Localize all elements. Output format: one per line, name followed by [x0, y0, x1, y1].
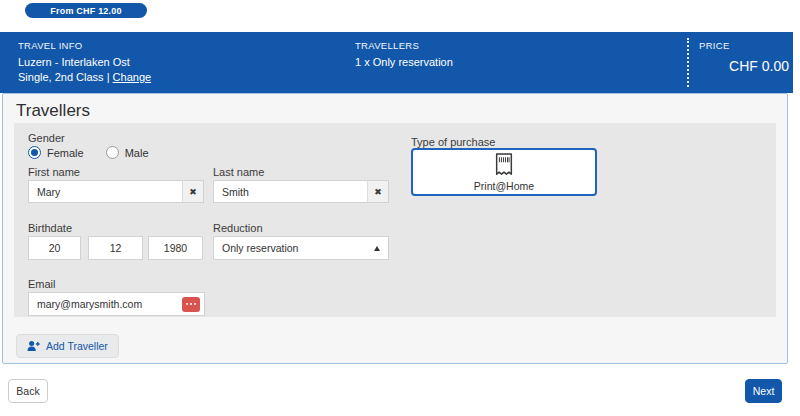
female-label: Female	[47, 147, 84, 159]
trip-summary-header: TRAVEL INFO Luzern - Interlaken Ost Sing…	[0, 32, 793, 93]
first-name-input[interactable]	[29, 186, 182, 198]
price-title: PRICE	[699, 40, 789, 51]
gender-radio-group: Female Male	[28, 146, 171, 159]
next-button[interactable]: Next	[745, 379, 782, 403]
travel-info-section: TRAVEL INFO Luzern - Interlaken Ost Sing…	[18, 40, 151, 86]
last-name-field-wrap: ✖	[213, 180, 389, 203]
last-name-label: Last name	[213, 166, 264, 178]
caret-up-icon	[374, 246, 380, 251]
first-name-label: First name	[28, 166, 80, 178]
add-traveller-label: Add Traveller	[46, 340, 108, 352]
gender-option-male[interactable]: Male	[106, 146, 149, 159]
first-name-field-wrap: ✖	[28, 180, 204, 203]
gender-option-female[interactable]: Female	[28, 146, 84, 159]
travellers-summary-section: TRAVELLERS 1 x Only reservation	[355, 40, 453, 71]
user-plus-icon	[27, 340, 40, 352]
birthdate-month-wrap	[88, 236, 143, 260]
clear-last-name-icon[interactable]: ✖	[367, 181, 388, 202]
page-title: Travellers	[16, 101, 90, 121]
class-text: Single, 2nd Class	[18, 71, 104, 83]
email-input[interactable]	[29, 298, 182, 310]
birthdate-year-input[interactable]	[149, 242, 202, 254]
add-traveller-button[interactable]: Add Traveller	[16, 334, 119, 358]
travellers-panel: Travellers Gender Female Male First name…	[2, 93, 788, 364]
back-button[interactable]: Back	[8, 379, 48, 403]
radio-male-icon[interactable]	[106, 146, 119, 159]
reduction-value: Only reservation	[222, 242, 298, 254]
change-link[interactable]: Change	[113, 71, 152, 83]
email-field-wrap	[28, 292, 205, 316]
print-at-home-label: Print@Home	[474, 180, 534, 192]
route-text: Luzern - Interlaken Ost	[18, 56, 151, 68]
email-validation-icon	[182, 297, 200, 312]
separator: |	[104, 71, 113, 83]
travellers-summary: 1 x Only reservation	[355, 56, 453, 68]
last-name-input[interactable]	[214, 186, 367, 198]
reduction-select[interactable]: Only reservation	[213, 236, 389, 260]
price-value: CHF 0.00	[699, 58, 789, 74]
clear-first-name-icon[interactable]: ✖	[182, 181, 203, 202]
birthdate-year-wrap	[148, 236, 203, 260]
travellers-title: TRAVELLERS	[355, 40, 453, 51]
birthdate-month-input[interactable]	[89, 242, 142, 254]
traveller-form: Gender Female Male First name ✖ Last nam…	[14, 123, 776, 317]
booking-page: From CHF 12.00 TRAVEL INFO Luzern - Inte…	[0, 0, 800, 416]
birthdate-day-wrap	[28, 236, 81, 260]
trip-details: Single, 2nd Class | Change	[18, 71, 151, 83]
reduction-label: Reduction	[213, 222, 263, 234]
from-price-badge[interactable]: From CHF 12.00	[25, 3, 147, 18]
travel-info-title: TRAVEL INFO	[18, 40, 151, 51]
print-at-home-card[interactable]: Print@Home	[411, 148, 597, 196]
radio-female-icon[interactable]	[28, 146, 41, 159]
type-of-purchase-label: Type of purchase	[411, 136, 495, 148]
email-label: Email	[28, 278, 56, 290]
male-label: Male	[125, 147, 149, 159]
birthdate-day-input[interactable]	[29, 242, 80, 254]
receipt-icon	[493, 152, 515, 178]
dotted-divider	[687, 38, 689, 87]
birthdate-label: Birthdate	[28, 222, 72, 234]
price-section: PRICE CHF 0.00	[699, 40, 789, 74]
gender-label: Gender	[28, 132, 65, 144]
